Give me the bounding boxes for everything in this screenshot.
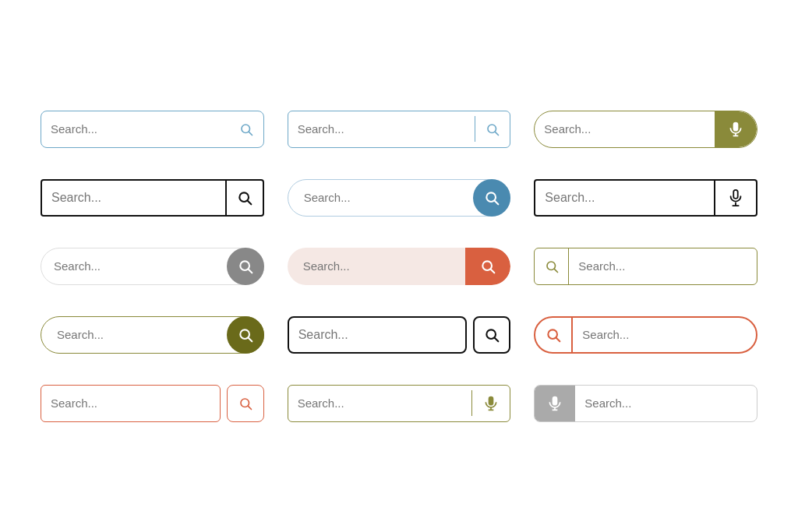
- search-bar-3-3: [534, 248, 757, 285]
- search-bar-5-1-wrapper: [41, 385, 264, 422]
- search-bar-3-2: [288, 248, 511, 285]
- search-input-1-1[interactable]: [41, 122, 229, 136]
- search-bar-5-2: [288, 385, 511, 422]
- svg-line-16: [554, 269, 557, 272]
- svg-line-22: [556, 337, 560, 341]
- search-bar-2-2: [288, 179, 511, 217]
- search-input-4-2[interactable]: [289, 328, 466, 342]
- svg-line-20: [495, 337, 499, 341]
- svg-line-5: [247, 200, 251, 204]
- search-input-1-2[interactable]: [288, 122, 475, 136]
- search-input-1-3[interactable]: [535, 122, 715, 136]
- search-input-5-1[interactable]: [41, 396, 220, 410]
- search-bar-3-1: [41, 248, 264, 285]
- search-input-5-3[interactable]: [575, 396, 757, 410]
- search-button-2-1[interactable]: [225, 181, 263, 215]
- search-button-1-1[interactable]: [229, 111, 263, 147]
- search-input-2-1[interactable]: [42, 191, 225, 205]
- search-bar-5-3: [534, 385, 757, 422]
- search-button-3-2[interactable]: [465, 248, 510, 285]
- search-bar-4-2: [288, 316, 468, 354]
- svg-line-12: [248, 269, 252, 273]
- search-button-4-1[interactable]: [227, 316, 264, 354]
- search-button-4-2[interactable]: [473, 316, 510, 354]
- search-button-5-1[interactable]: [227, 385, 264, 422]
- search-icon-4-3[interactable]: [535, 318, 573, 352]
- svg-line-1: [249, 132, 252, 135]
- search-button-1-2[interactable]: [475, 111, 510, 147]
- mic-button-1-3[interactable]: [715, 111, 757, 147]
- svg-line-18: [248, 337, 252, 341]
- search-input-3-3[interactable]: [569, 259, 757, 273]
- search-bars-grid: [25, 79, 773, 453]
- search-input-5-2[interactable]: [288, 396, 471, 410]
- search-bar-5-1: [41, 385, 221, 422]
- svg-line-3: [496, 132, 499, 135]
- svg-line-7: [495, 200, 499, 204]
- svg-line-24: [248, 406, 251, 409]
- search-button-2-2[interactable]: [473, 179, 510, 217]
- search-bar-2-3: [534, 179, 757, 217]
- search-input-4-3[interactable]: [573, 328, 756, 341]
- search-bar-4-3: [534, 316, 757, 354]
- search-bar-1-2: [288, 111, 511, 148]
- mic-button-2-3[interactable]: [714, 181, 756, 215]
- search-input-3-2[interactable]: [288, 259, 466, 273]
- search-input-2-3[interactable]: [535, 191, 714, 205]
- search-bar-2-1: [41, 179, 264, 217]
- search-bar-1-1: [41, 111, 264, 148]
- search-bar-1-3: [534, 111, 757, 148]
- search-bar-4-1: [41, 316, 264, 354]
- search-icon-3-3[interactable]: [535, 248, 569, 284]
- svg-rect-8: [733, 189, 738, 198]
- mic-button-5-2[interactable]: [472, 386, 510, 421]
- mic-icon-5-3: [535, 386, 575, 421]
- svg-line-14: [491, 269, 495, 273]
- search-button-3-1[interactable]: [227, 248, 264, 285]
- search-bar-4-2-wrapper: [288, 316, 511, 354]
